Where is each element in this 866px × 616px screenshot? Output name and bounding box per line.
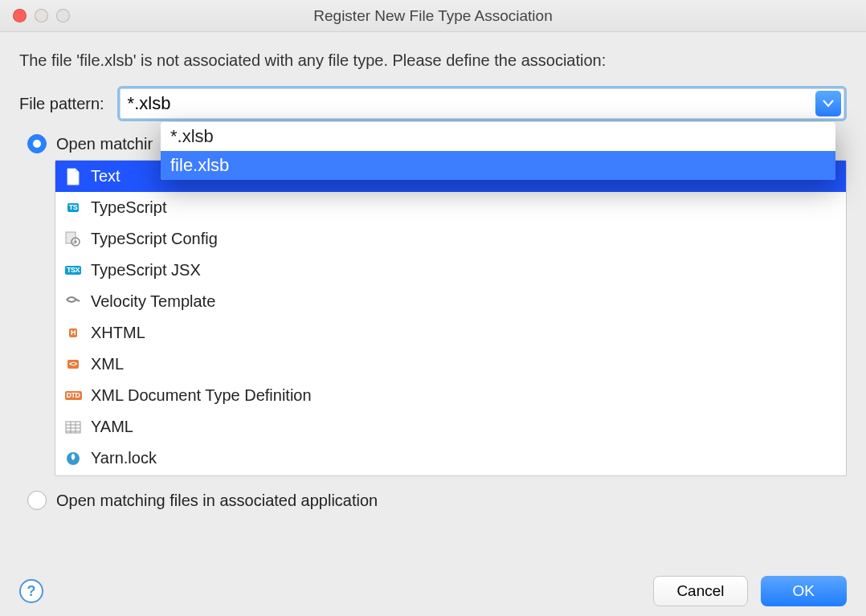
svg-rect-2 — [69, 180, 75, 181]
tsconfig-icon — [63, 230, 83, 249]
file-pattern-dropdown[interactable]: *.xlsb file.xlsb — [161, 122, 835, 180]
yarn-icon — [63, 449, 83, 468]
open-in-associated-label: Open matching files in associated applic… — [56, 492, 378, 510]
svg-rect-1 — [69, 177, 77, 178]
dropdown-item[interactable]: *.xlsb — [161, 122, 835, 151]
help-button[interactable]: ? — [19, 579, 43, 603]
file-pattern-input[interactable] — [120, 88, 815, 119]
list-item[interactable]: DTD XML Document Type Definition — [55, 380, 846, 411]
close-icon[interactable] — [13, 9, 27, 22]
list-item[interactable]: H XHTML — [55, 317, 846, 349]
window-titlebar: Register New File Type Association — [0, 0, 866, 32]
svg-rect-0 — [69, 175, 77, 176]
list-item[interactable]: YAML — [55, 411, 846, 443]
list-item-label: Velocity Template — [91, 292, 215, 311]
xml-icon: <> — [63, 355, 83, 374]
list-item-label: XML Document Type Definition — [91, 386, 312, 405]
text-file-icon — [63, 167, 83, 186]
xhtml-icon: H — [63, 324, 83, 343]
file-pattern-combobox[interactable] — [117, 86, 847, 121]
list-item-label: TypeScript Config — [91, 230, 218, 248]
list-item-label: TypeScript JSX — [91, 261, 201, 279]
file-pattern-dropdown-button[interactable] — [815, 91, 841, 116]
window-controls — [13, 9, 70, 22]
dialog-message: The file 'file.xlsb' is not associated w… — [19, 51, 847, 70]
list-item[interactable]: TSX TypeScript JSX — [55, 255, 846, 286]
tsx-icon: TSX — [63, 261, 83, 280]
list-item[interactable]: Velocity Template — [55, 286, 846, 317]
list-item[interactable]: TS TypeScript — [55, 192, 846, 223]
window-title: Register New File Type Association — [313, 7, 552, 25]
open-in-associated-radio-row[interactable]: Open matching files in associated applic… — [27, 491, 847, 510]
list-item-label: Yarn.lock — [91, 449, 157, 467]
list-item-label: Text — [91, 167, 121, 186]
dtd-icon: DTD — [63, 386, 83, 406]
velocity-icon — [63, 292, 83, 312]
list-item-label: TypeScript — [91, 198, 166, 217]
chevron-down-icon — [823, 100, 834, 108]
list-item-label: YAML — [91, 418, 133, 436]
svg-point-5 — [75, 240, 77, 243]
open-in-ide-label: Open matching files in — [56, 135, 153, 153]
open-in-ide-radio[interactable] — [27, 134, 47, 153]
file-pattern-label: File pattern: — [19, 95, 104, 113]
list-item-label: XHTML — [91, 324, 145, 342]
typescript-icon: TS — [63, 198, 83, 218]
cancel-button[interactable]: Cancel — [653, 576, 747, 606]
dropdown-item[interactable]: file.xlsb — [161, 151, 835, 180]
yaml-icon — [63, 418, 83, 437]
file-type-list[interactable]: Text TS TypeScript TypeScript Config TSX… — [55, 160, 847, 476]
list-item-label: XML — [91, 355, 124, 373]
maximize-icon — [56, 9, 70, 22]
list-item[interactable]: TypeScript Config — [55, 223, 846, 255]
list-item[interactable]: <> XML — [55, 349, 846, 380]
ok-button[interactable]: OK — [761, 576, 847, 606]
minimize-icon — [35, 9, 48, 22]
open-in-associated-radio[interactable] — [27, 491, 47, 510]
list-item[interactable]: Yarn.lock — [55, 443, 846, 474]
